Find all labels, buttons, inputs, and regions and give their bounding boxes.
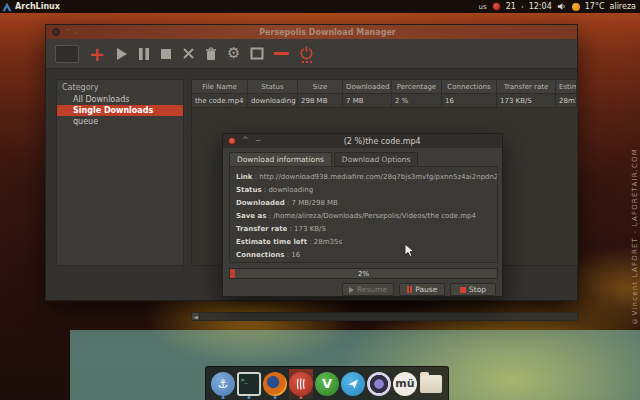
dock-item-files[interactable] bbox=[419, 369, 443, 399]
cell-transfer-rate: 173 KB/S bbox=[497, 94, 556, 108]
running-indicator bbox=[222, 396, 225, 399]
stop-download-icon[interactable] bbox=[160, 43, 172, 65]
dock-item-telegram[interactable] bbox=[341, 369, 365, 399]
chevron-icon: › bbox=[521, 3, 524, 11]
settings-gear-icon[interactable]: ⚙ bbox=[227, 43, 240, 65]
sidebar-item-all-downloads[interactable]: All Downloads bbox=[57, 94, 183, 105]
browser-icon bbox=[367, 372, 391, 396]
col-connections[interactable]: Connections bbox=[442, 80, 497, 94]
dialog-restore-icon[interactable]: ^ bbox=[242, 137, 249, 145]
table-row[interactable]: the code.mp4 downloading 298 MB 7 MB 2 %… bbox=[192, 94, 577, 108]
calendar-badge-icon[interactable] bbox=[492, 2, 501, 11]
remove-download-icon[interactable] bbox=[182, 43, 195, 65]
dialog-close-button[interactable] bbox=[228, 137, 236, 145]
horizontal-scrollbar[interactable]: ◄ bbox=[191, 312, 578, 321]
dock-item-anchor[interactable]: ⚓ bbox=[211, 369, 235, 399]
os-menu[interactable]: ArchLinux bbox=[15, 2, 60, 11]
sidebar-item-queue[interactable]: queue bbox=[57, 116, 183, 127]
col-percentage[interactable]: Percentage bbox=[392, 80, 442, 94]
category-sidebar: Category All Downloads Single Downloads … bbox=[56, 79, 184, 266]
firefox-icon bbox=[263, 372, 287, 396]
file-manager-icon bbox=[420, 375, 442, 393]
download-info-dialog: ^ − (2 %)the code.mp4 Download informati… bbox=[222, 133, 503, 297]
cell-connections: 16 bbox=[442, 94, 497, 108]
main-window-titlebar[interactable]: ⌃ ⌄ Persepolis Download Manager bbox=[46, 25, 577, 39]
info-estimate-time: Estimate time left : 28m35s bbox=[236, 236, 491, 249]
stop-button[interactable]: Stop bbox=[450, 283, 496, 296]
running-indicator bbox=[248, 396, 251, 399]
resume-download-icon[interactable] bbox=[115, 43, 128, 65]
tab-download-options[interactable]: Download Options bbox=[334, 152, 419, 167]
info-status: Status : downloading bbox=[236, 184, 491, 197]
cell-status: downloading bbox=[248, 94, 298, 108]
stop-icon bbox=[460, 287, 466, 293]
dock-item-firefox[interactable] bbox=[263, 369, 287, 399]
menu-icon[interactable] bbox=[55, 45, 79, 63]
telegram-icon bbox=[341, 372, 365, 396]
dialog-minimize-icon[interactable]: − bbox=[255, 137, 262, 145]
volume-icon[interactable] bbox=[557, 2, 567, 11]
dialog-buttons: Resume Pause Stop bbox=[342, 283, 496, 296]
pause-download-icon[interactable] bbox=[138, 43, 150, 65]
cell-percentage: 2 % bbox=[392, 94, 442, 108]
col-transfer-rate[interactable]: Transfer rate bbox=[497, 80, 556, 94]
musescore-icon: mü bbox=[393, 372, 417, 396]
resume-button[interactable]: Resume bbox=[342, 283, 394, 296]
info-save-as: Save as : /home/alireza/Downloads/Persep… bbox=[236, 210, 491, 223]
toolbar: + ⚙ bbox=[46, 39, 577, 69]
info-connections: Connections : 16 bbox=[236, 249, 491, 262]
trash-icon[interactable] bbox=[205, 43, 217, 65]
play-icon bbox=[349, 287, 354, 293]
window-title: Persepolis Download Manager bbox=[84, 28, 571, 37]
col-status[interactable]: Status bbox=[248, 80, 298, 94]
info-downloaded: Downloaded : 7 MB/298 MB bbox=[236, 197, 491, 210]
cell-estimate: 28m35s bbox=[556, 94, 577, 108]
weather-icon[interactable] bbox=[572, 3, 580, 11]
window-controls[interactable]: ⌃ ⌄ bbox=[65, 28, 79, 36]
queue-window-icon[interactable] bbox=[250, 43, 264, 65]
top-panel: ArchLinux us 21 › 12:04 17°C alireza bbox=[0, 0, 640, 13]
info-link: Link : http://download938.mediafire.com/… bbox=[236, 171, 491, 184]
vim-icon: V bbox=[315, 372, 339, 396]
download-info-panel: Link : http://download938.mediafire.com/… bbox=[229, 166, 498, 263]
dock: ⚓ >_ V mü bbox=[205, 366, 449, 400]
category-header: Category bbox=[57, 80, 183, 94]
tab-download-informations[interactable]: Download informations bbox=[229, 152, 332, 167]
minimize-to-tray-icon[interactable] bbox=[274, 52, 289, 55]
dialog-titlebar[interactable]: ^ − (2 %)the code.mp4 bbox=[223, 134, 502, 148]
col-file-name[interactable]: File Name bbox=[192, 80, 248, 94]
add-download-icon[interactable]: + bbox=[89, 43, 105, 65]
temperature-indicator[interactable]: 17°C bbox=[585, 2, 605, 11]
anchor-icon: ⚓ bbox=[211, 372, 235, 396]
dock-item-musescore[interactable]: mü bbox=[393, 369, 417, 399]
dock-item-browser[interactable] bbox=[367, 369, 391, 399]
sidebar-item-single-downloads[interactable]: Single Downloads bbox=[57, 105, 183, 116]
running-indicator bbox=[300, 396, 303, 399]
mouse-cursor bbox=[404, 243, 415, 258]
col-downloaded[interactable]: Downloaded bbox=[343, 80, 392, 94]
arch-logo-icon[interactable] bbox=[2, 2, 12, 12]
cell-downloaded: 7 MB bbox=[343, 94, 392, 108]
pause-button[interactable]: Pause bbox=[399, 283, 445, 296]
dialog-title: (2 %)the code.mp4 bbox=[267, 137, 497, 146]
col-estimate[interactable]: Estimate bbox=[556, 80, 577, 94]
calendar-day[interactable]: 21 bbox=[506, 2, 516, 11]
exit-power-icon[interactable] bbox=[299, 43, 314, 65]
close-window-button[interactable] bbox=[52, 28, 60, 36]
col-size[interactable]: Size bbox=[298, 80, 343, 94]
persepolis-icon bbox=[289, 372, 313, 396]
terminal-icon: >_ bbox=[237, 372, 261, 396]
dock-item-persepolis[interactable] bbox=[289, 369, 313, 399]
scroll-left-arrow-icon[interactable]: ◄ bbox=[191, 312, 200, 321]
keyboard-layout-indicator[interactable]: us bbox=[479, 3, 487, 11]
wallpaper-credit: ©Vincent LAFORET - LAFORETAIR.COM bbox=[631, 148, 639, 325]
download-progress-bar: 2% bbox=[229, 268, 498, 279]
clock[interactable]: 12:04 bbox=[529, 2, 552, 11]
cell-size: 298 MB bbox=[298, 94, 343, 108]
dialog-tabs: Download informations Download Options bbox=[223, 148, 502, 167]
info-transfer-rate: Transfer rate : 173 KB/S bbox=[236, 223, 491, 236]
table-header-row: File Name Status Size Downloaded Percent… bbox=[192, 80, 577, 94]
dock-item-terminal[interactable]: >_ bbox=[237, 369, 261, 399]
username-menu[interactable]: alireza bbox=[610, 2, 636, 11]
dock-item-vim[interactable]: V bbox=[315, 369, 339, 399]
